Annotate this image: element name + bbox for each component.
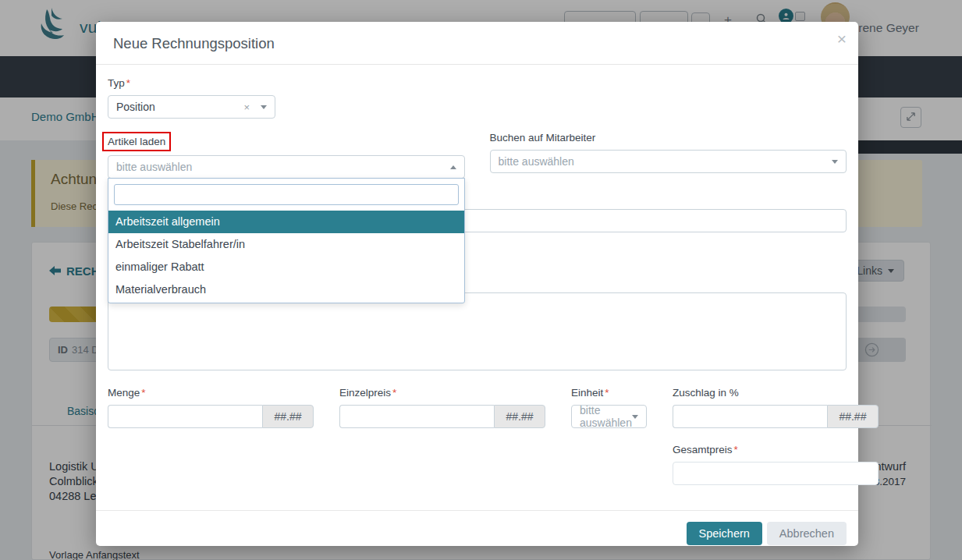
artikel-search-input[interactable] — [114, 184, 459, 205]
artikel-select[interactable]: bitte auswählen Arbeitszeit allgemein Ar… — [108, 155, 465, 179]
clear-icon[interactable]: × — [243, 102, 250, 112]
einheit-select[interactable]: bitte auswählen — [571, 405, 647, 428]
mitarbeiter-label: Buchen auf Mitarbeiter — [490, 132, 847, 144]
einzelpreis-field: Einzelpreis* ##.## — [339, 387, 545, 485]
zuschlag-field: Zuschlag in % ##.## Gesamtpreis* — [673, 387, 879, 485]
dropdown-option[interactable]: einmaliger Rabatt — [108, 256, 464, 278]
modal-header: Neue Rechnungsposition × — [96, 22, 858, 65]
typ-select[interactable]: Position × — [108, 95, 275, 119]
gesamtpreis-label: Gesamtpreis* — [673, 444, 879, 455]
einheit-field: Einheit* bitte auswählen — [571, 387, 647, 485]
new-invoice-position-modal: Neue Rechnungsposition × Typ* Position ×… — [96, 22, 858, 546]
mitarbeiter-select[interactable]: bitte auswählen — [490, 150, 847, 173]
zuschlag-label: Zuschlag in % — [673, 387, 879, 399]
close-icon[interactable]: × — [837, 30, 847, 48]
einzelpreis-format-addon: ##.## — [494, 405, 545, 428]
menge-input[interactable] — [108, 405, 262, 428]
artikel-field: Artikel laden bitte auswählen Arbeitszei… — [108, 132, 465, 179]
cancel-button[interactable]: Abbrechen — [767, 522, 847, 545]
beschreibung-textarea[interactable] — [108, 292, 847, 370]
einzelpreis-label: Einzelpreis* — [339, 387, 545, 399]
artikel-label-highlight: Artikel laden — [102, 132, 171, 151]
modal-body: Typ* Position × Artikel laden bitte ausw… — [96, 77, 858, 485]
zuschlag-format-addon: ##.## — [827, 405, 879, 428]
gesamtpreis-input[interactable] — [673, 462, 879, 485]
mitarbeiter-field: Buchen auf Mitarbeiter bitte auswählen — [490, 132, 847, 173]
gesamtpreis-field: Gesamtpreis* — [673, 444, 879, 485]
artikel-dropdown-panel: Arbeitszeit allgemein Arbeitszeit Stabel… — [108, 178, 465, 303]
modal-footer: Speichern Abbrechen — [96, 510, 858, 556]
caret-down-icon — [832, 160, 838, 164]
dropdown-option[interactable]: Arbeitszeit Stabelfahrer/in — [108, 233, 464, 256]
menge-format-addon: ##.## — [262, 405, 314, 428]
caret-down-icon — [261, 105, 267, 109]
menge-label: Menge* — [108, 387, 314, 399]
typ-label: Typ* — [108, 77, 847, 89]
menge-field: Menge* ##.## — [108, 387, 314, 485]
dropdown-option[interactable]: Arbeitszeit allgemein — [108, 211, 464, 233]
dropdown-option[interactable]: Materialverbrauch — [108, 278, 464, 301]
artikel-label: Artikel laden — [108, 136, 165, 147]
caret-down-icon — [632, 415, 638, 419]
caret-up-icon — [450, 165, 456, 169]
zuschlag-input[interactable] — [673, 405, 827, 428]
einheit-label: Einheit* — [571, 387, 647, 399]
save-button[interactable]: Speichern — [687, 522, 762, 545]
modal-title: Neue Rechnungsposition — [113, 35, 275, 51]
einzelpreis-input[interactable] — [339, 405, 494, 428]
